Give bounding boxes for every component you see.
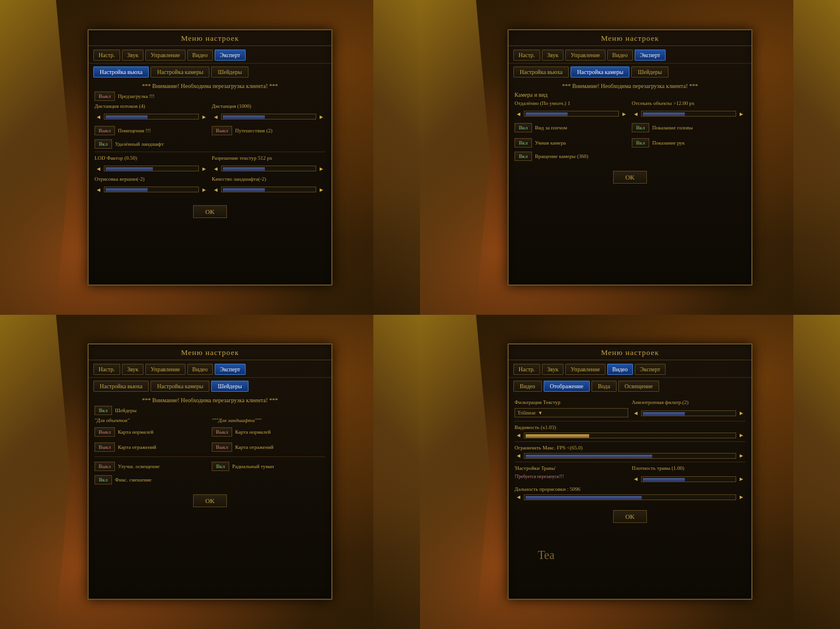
slider-right-arrow-2[interactable]: ►	[317, 114, 326, 120]
tab-zvuk-br[interactable]: Звук	[542, 364, 564, 375]
tab-upravlenie-tr[interactable]: Управление	[565, 50, 605, 61]
slider-aniso-right[interactable]: ►	[737, 410, 746, 416]
slider-gd-right[interactable]: ►	[737, 476, 746, 482]
tab-video-br[interactable]: Видео	[607, 364, 634, 375]
toggle-btn-cam-1[interactable]: Вкл	[514, 123, 532, 132]
slider-fps-left[interactable]: ◄	[514, 452, 523, 459]
toggle-btn-lighting[interactable]: Выкл	[94, 462, 115, 471]
tab-zvuk-tr[interactable]: Звук	[542, 50, 564, 61]
slider-gd-left[interactable]: ◄	[632, 476, 640, 482]
sub-tab-vyukha[interactable]: Настройка вьюха	[93, 66, 149, 78]
toggle-btn-cam-3[interactable]: Вкл	[514, 138, 532, 147]
slider-vis-track[interactable]	[524, 433, 736, 438]
slider-gd-track[interactable]	[641, 476, 736, 482]
toggle-btn-shaders[interactable]: Вкл	[94, 406, 112, 415]
toggle-label-cam-2: Показание головы	[652, 125, 693, 131]
slider-cutoff: ◄ ►	[632, 111, 746, 117]
slider-lod-left[interactable]: ◄	[94, 166, 103, 172]
slider-gdraw-right[interactable]: ►	[737, 494, 746, 500]
sub-tab-camera[interactable]: Настройка камеры	[150, 66, 209, 78]
sub-tab-camera-tr[interactable]: Настройка камеры	[570, 66, 629, 78]
ok-button-bl[interactable]: OK	[193, 494, 227, 507]
slider-lod-track[interactable]	[104, 166, 199, 171]
sub-tab-video-br[interactable]: Видео	[513, 381, 542, 392]
slider-tex-right[interactable]: ►	[317, 166, 326, 172]
tab-nastr[interactable]: Настр.	[93, 50, 120, 61]
grass-req-label: !Требуется перезапуск!!!	[514, 474, 628, 479]
tab-nastr-bl[interactable]: Настр.	[93, 364, 120, 375]
tab-upravlenie-br[interactable]: Управление	[565, 364, 605, 375]
sub-tab-shaders-bl[interactable]: Шейдеры	[211, 381, 248, 392]
tab-video[interactable]: Видео	[187, 50, 214, 61]
tab-zvuk[interactable]: Звук	[122, 50, 144, 61]
sub-tab-shaders[interactable]: Шейдеры	[211, 66, 248, 78]
toggle-btn-fix[interactable]: Вкл	[94, 475, 112, 484]
slider-fps-right[interactable]: ►	[737, 452, 746, 459]
slider-cutoff-left[interactable]: ◄	[632, 111, 640, 117]
grass-density-col: Плотность травы (1.00) ◄ ►	[632, 465, 746, 484]
toggle-btn-obj-normal[interactable]: Выкл	[94, 427, 115, 437]
toggle-btn-cam-2[interactable]: Вкл	[632, 123, 649, 132]
slider-track-2[interactable]	[221, 114, 316, 120]
tab-nastr-br[interactable]: Настр.	[513, 364, 540, 375]
slider-gdraw-left[interactable]: ◄	[514, 494, 523, 500]
toggle-btn-4[interactable]: Вкл	[94, 139, 112, 149]
ok-button-tr[interactable]: OK	[613, 171, 647, 184]
slider-gdraw-track[interactable]	[524, 494, 736, 500]
toggle-row-4: Вкл Удалённый ландшафт	[94, 139, 326, 149]
slider-aniso-left[interactable]: ◄	[632, 410, 640, 416]
sub-tab-camera-bl[interactable]: Настройка камеры	[150, 381, 209, 392]
slider-lod-right[interactable]: ►	[200, 166, 208, 172]
slider-cam-dist-right[interactable]: ►	[620, 111, 628, 117]
settings-dialog-top-right: Меню настроек Настр. Звук Управление Вид…	[508, 29, 752, 286]
tab-ekspert-br[interactable]: Эксперт	[635, 364, 666, 375]
tab-zvuk-bl[interactable]: Звук	[122, 364, 144, 375]
slider-fps-track[interactable]	[524, 453, 736, 459]
toggle-btn-obj-reflect[interactable]: Выкл	[94, 442, 115, 452]
tab-upravlenie-bl[interactable]: Управление	[145, 364, 185, 375]
toggle-btn-1[interactable]: Выкл	[94, 92, 115, 101]
ok-button[interactable]: OK	[193, 205, 227, 218]
slider-tex-left[interactable]: ◄	[212, 166, 220, 172]
tab-upravlenie[interactable]: Управление	[145, 50, 185, 61]
tab-nastr-tr[interactable]: Настр.	[513, 50, 540, 61]
slider-cam-dist-track[interactable]	[524, 111, 619, 117]
tab-video-tr[interactable]: Видео	[607, 50, 634, 61]
sub-tab-display-br[interactable]: Отображение	[544, 381, 590, 392]
slider-cutoff-right[interactable]: ►	[737, 111, 746, 117]
slider-vertex-left[interactable]: ◄	[94, 187, 103, 193]
slider-landscape-track[interactable]	[221, 187, 316, 192]
tab-ekspert[interactable]: Эксперт	[215, 50, 246, 61]
slider-track[interactable]	[104, 114, 199, 120]
toggle-btn-land-reflect[interactable]: Выкл	[212, 442, 232, 452]
ok-button-br[interactable]: OK	[613, 510, 647, 523]
sub-tab-water-br[interactable]: Вода	[592, 381, 617, 392]
tab-ekspert-tr[interactable]: Эксперт	[635, 50, 666, 61]
sub-tab-lighting-br[interactable]: Освещение	[618, 381, 659, 392]
toggle-btn-2[interactable]: Выкл	[94, 126, 115, 135]
slider-landscape-left[interactable]: ◄	[212, 187, 220, 193]
toggle-btn-cam-5[interactable]: Вкл	[514, 152, 532, 161]
filter-dropdown[interactable]: Trilinear ▼	[514, 408, 628, 417]
toggle-btn-cam-4[interactable]: Вкл	[632, 138, 649, 147]
tab-ekspert-bl[interactable]: Эксперт	[215, 364, 246, 375]
slider-cam-dist-left[interactable]: ◄	[514, 111, 523, 117]
slider-vertex-right[interactable]: ►	[200, 187, 208, 193]
sub-tab-vyukha-tr[interactable]: Настройка вьюха	[513, 66, 569, 78]
slider-left-arrow-2[interactable]: ◄	[212, 114, 220, 120]
slider-left-arrow[interactable]: ◄	[94, 114, 103, 120]
slider-vertex-track[interactable]	[104, 187, 199, 192]
toggle-btn-land-normal[interactable]: Выкл	[212, 427, 232, 437]
slider-right-arrow[interactable]: ►	[200, 114, 208, 120]
slider-landscape-right[interactable]: ►	[317, 187, 326, 193]
tab-video-bl[interactable]: Видео	[187, 364, 214, 375]
toggle-btn-3[interactable]: Выкл	[212, 126, 232, 135]
slider-vis-right[interactable]: ►	[737, 432, 746, 438]
slider-cutoff-track[interactable]	[641, 111, 736, 117]
slider-vis-left[interactable]: ◄	[514, 432, 523, 438]
toggle-btn-radial[interactable]: Вкл	[212, 462, 229, 471]
slider-aniso-track[interactable]	[641, 410, 736, 416]
slider-tex-track[interactable]	[221, 166, 316, 171]
sub-tab-shaders-tr[interactable]: Шейдеры	[631, 66, 668, 78]
sub-tab-vyukha-bl[interactable]: Настройка вьюха	[93, 381, 149, 392]
